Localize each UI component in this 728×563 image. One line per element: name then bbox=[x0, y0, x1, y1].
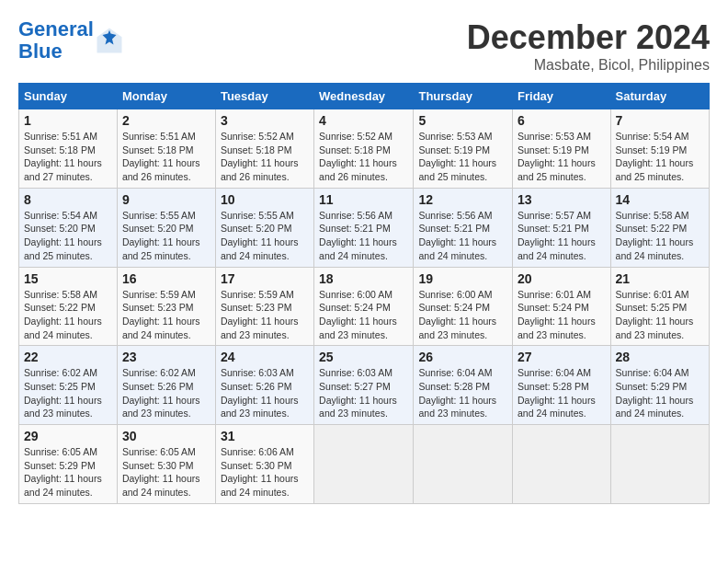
day-number: 1 bbox=[24, 113, 112, 128]
day-detail: Sunrise: 6:01 AMSunset: 5:24 PMDaylight:… bbox=[518, 289, 596, 340]
calendar-cell: 31 Sunrise: 6:06 AMSunset: 5:30 PMDaylig… bbox=[215, 425, 313, 504]
calendar-cell: 12 Sunrise: 5:56 AMSunset: 5:21 PMDaylig… bbox=[414, 188, 513, 267]
calendar-cell: 20 Sunrise: 6:01 AMSunset: 5:24 PMDaylig… bbox=[513, 267, 611, 346]
day-number: 10 bbox=[221, 192, 309, 207]
calendar-cell: 30 Sunrise: 6:05 AMSunset: 5:30 PMDaylig… bbox=[117, 425, 215, 504]
calendar-cell: 19 Sunrise: 6:00 AMSunset: 5:24 PMDaylig… bbox=[414, 267, 513, 346]
month-title: December 2024 bbox=[467, 18, 710, 57]
day-number: 25 bbox=[319, 350, 408, 364]
calendar-cell: 23 Sunrise: 6:02 AMSunset: 5:26 PMDaylig… bbox=[117, 346, 215, 425]
weekday-header-friday: Friday bbox=[513, 84, 611, 109]
calendar-cell: 9 Sunrise: 5:55 AMSunset: 5:20 PMDayligh… bbox=[117, 188, 215, 267]
day-number: 31 bbox=[221, 429, 309, 443]
location-title: Masbate, Bicol, Philippines bbox=[467, 57, 710, 74]
weekday-header-row: SundayMondayTuesdayWednesdayThursdayFrid… bbox=[19, 84, 710, 109]
day-number: 28 bbox=[616, 350, 704, 364]
day-number: 27 bbox=[518, 350, 606, 364]
day-detail: Sunrise: 6:06 AMSunset: 5:30 PMDaylight:… bbox=[221, 446, 299, 498]
calendar-cell: 6 Sunrise: 5:53 AMSunset: 5:19 PMDayligh… bbox=[513, 109, 611, 189]
page-header: General Blue December 2024 Masbate, Bico… bbox=[18, 18, 710, 74]
calendar-cell bbox=[610, 425, 709, 504]
day-detail: Sunrise: 6:00 AMSunset: 5:24 PMDaylight:… bbox=[418, 289, 496, 340]
day-number: 13 bbox=[518, 192, 606, 207]
day-detail: Sunrise: 6:05 AMSunset: 5:29 PMDaylight:… bbox=[24, 446, 102, 498]
calendar-table: SundayMondayTuesdayWednesdayThursdayFrid… bbox=[18, 83, 710, 504]
calendar-cell: 2 Sunrise: 5:51 AMSunset: 5:18 PMDayligh… bbox=[117, 109, 215, 189]
day-detail: Sunrise: 6:04 AMSunset: 5:29 PMDaylight:… bbox=[616, 367, 694, 419]
day-number: 20 bbox=[518, 271, 606, 286]
calendar-cell: 16 Sunrise: 5:59 AMSunset: 5:23 PMDaylig… bbox=[117, 267, 215, 346]
day-number: 16 bbox=[122, 271, 210, 286]
day-detail: Sunrise: 5:54 AMSunset: 5:20 PMDaylight:… bbox=[24, 210, 102, 261]
day-number: 22 bbox=[24, 350, 112, 364]
day-detail: Sunrise: 5:56 AMSunset: 5:21 PMDaylight:… bbox=[418, 210, 496, 261]
calendar-cell: 11 Sunrise: 5:56 AMSunset: 5:21 PMDaylig… bbox=[314, 188, 414, 267]
logo-icon bbox=[96, 27, 123, 54]
title-block: December 2024 Masbate, Bicol, Philippine… bbox=[467, 18, 710, 74]
day-number: 11 bbox=[319, 192, 408, 207]
day-detail: Sunrise: 6:03 AMSunset: 5:26 PMDaylight:… bbox=[221, 367, 299, 419]
day-detail: Sunrise: 5:59 AMSunset: 5:23 PMDaylight:… bbox=[122, 289, 200, 340]
calendar-cell: 26 Sunrise: 6:04 AMSunset: 5:28 PMDaylig… bbox=[414, 346, 513, 425]
calendar-cell: 27 Sunrise: 6:04 AMSunset: 5:28 PMDaylig… bbox=[513, 346, 611, 425]
day-detail: Sunrise: 6:01 AMSunset: 5:25 PMDaylight:… bbox=[616, 289, 694, 340]
calendar-cell: 4 Sunrise: 5:52 AMSunset: 5:18 PMDayligh… bbox=[314, 109, 414, 189]
day-number: 18 bbox=[319, 271, 408, 286]
weekday-header-saturday: Saturday bbox=[610, 84, 709, 109]
day-detail: Sunrise: 5:54 AMSunset: 5:19 PMDaylight:… bbox=[616, 131, 694, 182]
calendar-week-row: 8 Sunrise: 5:54 AMSunset: 5:20 PMDayligh… bbox=[19, 188, 710, 267]
day-number: 15 bbox=[24, 271, 112, 286]
calendar-cell: 24 Sunrise: 6:03 AMSunset: 5:26 PMDaylig… bbox=[215, 346, 313, 425]
calendar-cell: 5 Sunrise: 5:53 AMSunset: 5:19 PMDayligh… bbox=[414, 109, 513, 189]
day-number: 7 bbox=[616, 113, 704, 128]
calendar-cell: 7 Sunrise: 5:54 AMSunset: 5:19 PMDayligh… bbox=[610, 109, 709, 189]
day-number: 2 bbox=[122, 113, 210, 128]
calendar-cell bbox=[414, 425, 513, 504]
day-detail: Sunrise: 6:03 AMSunset: 5:27 PMDaylight:… bbox=[319, 367, 397, 419]
day-number: 26 bbox=[418, 350, 507, 364]
calendar-cell: 22 Sunrise: 6:02 AMSunset: 5:25 PMDaylig… bbox=[19, 346, 118, 425]
calendar-cell: 17 Sunrise: 5:59 AMSunset: 5:23 PMDaylig… bbox=[215, 267, 313, 346]
calendar-cell: 28 Sunrise: 6:04 AMSunset: 5:29 PMDaylig… bbox=[610, 346, 709, 425]
calendar-cell: 13 Sunrise: 5:57 AMSunset: 5:21 PMDaylig… bbox=[513, 188, 611, 267]
calendar-cell: 3 Sunrise: 5:52 AMSunset: 5:18 PMDayligh… bbox=[215, 109, 313, 189]
calendar-cell: 25 Sunrise: 6:03 AMSunset: 5:27 PMDaylig… bbox=[314, 346, 414, 425]
logo-text: General Blue bbox=[18, 18, 94, 63]
day-number: 23 bbox=[122, 350, 210, 364]
logo: General Blue bbox=[18, 18, 123, 63]
day-detail: Sunrise: 5:52 AMSunset: 5:18 PMDaylight:… bbox=[319, 131, 397, 182]
day-detail: Sunrise: 6:04 AMSunset: 5:28 PMDaylight:… bbox=[518, 367, 596, 419]
calendar-cell: 8 Sunrise: 5:54 AMSunset: 5:20 PMDayligh… bbox=[19, 188, 118, 267]
day-detail: Sunrise: 6:00 AMSunset: 5:24 PMDaylight:… bbox=[319, 289, 397, 340]
calendar-cell: 15 Sunrise: 5:58 AMSunset: 5:22 PMDaylig… bbox=[19, 267, 118, 346]
day-number: 3 bbox=[221, 113, 309, 128]
day-detail: Sunrise: 5:53 AMSunset: 5:19 PMDaylight:… bbox=[418, 131, 496, 182]
calendar-week-row: 1 Sunrise: 5:51 AMSunset: 5:18 PMDayligh… bbox=[19, 109, 710, 189]
calendar-cell: 21 Sunrise: 6:01 AMSunset: 5:25 PMDaylig… bbox=[610, 267, 709, 346]
weekday-header-tuesday: Tuesday bbox=[215, 84, 313, 109]
day-detail: Sunrise: 5:51 AMSunset: 5:18 PMDaylight:… bbox=[122, 131, 200, 182]
calendar-cell: 1 Sunrise: 5:51 AMSunset: 5:18 PMDayligh… bbox=[19, 109, 118, 189]
day-detail: Sunrise: 5:51 AMSunset: 5:18 PMDaylight:… bbox=[24, 131, 102, 182]
day-number: 17 bbox=[221, 271, 309, 286]
day-detail: Sunrise: 5:52 AMSunset: 5:18 PMDaylight:… bbox=[221, 131, 299, 182]
calendar-cell: 10 Sunrise: 5:55 AMSunset: 5:20 PMDaylig… bbox=[215, 188, 313, 267]
calendar-cell bbox=[314, 425, 414, 504]
day-detail: Sunrise: 5:59 AMSunset: 5:23 PMDaylight:… bbox=[221, 289, 299, 340]
day-detail: Sunrise: 5:57 AMSunset: 5:21 PMDaylight:… bbox=[518, 210, 596, 261]
day-number: 4 bbox=[319, 113, 408, 128]
weekday-header-wednesday: Wednesday bbox=[314, 84, 414, 109]
calendar-cell: 29 Sunrise: 6:05 AMSunset: 5:29 PMDaylig… bbox=[19, 425, 118, 504]
day-number: 9 bbox=[122, 192, 210, 207]
day-detail: Sunrise: 6:05 AMSunset: 5:30 PMDaylight:… bbox=[122, 446, 200, 498]
day-number: 30 bbox=[122, 429, 210, 443]
weekday-header-thursday: Thursday bbox=[414, 84, 513, 109]
calendar-cell bbox=[513, 425, 611, 504]
weekday-header-monday: Monday bbox=[117, 84, 215, 109]
day-detail: Sunrise: 5:58 AMSunset: 5:22 PMDaylight:… bbox=[616, 210, 694, 261]
day-detail: Sunrise: 6:04 AMSunset: 5:28 PMDaylight:… bbox=[418, 367, 496, 419]
day-number: 14 bbox=[616, 192, 704, 207]
day-detail: Sunrise: 5:53 AMSunset: 5:19 PMDaylight:… bbox=[518, 131, 596, 182]
day-number: 5 bbox=[418, 113, 507, 128]
day-number: 8 bbox=[24, 192, 112, 207]
